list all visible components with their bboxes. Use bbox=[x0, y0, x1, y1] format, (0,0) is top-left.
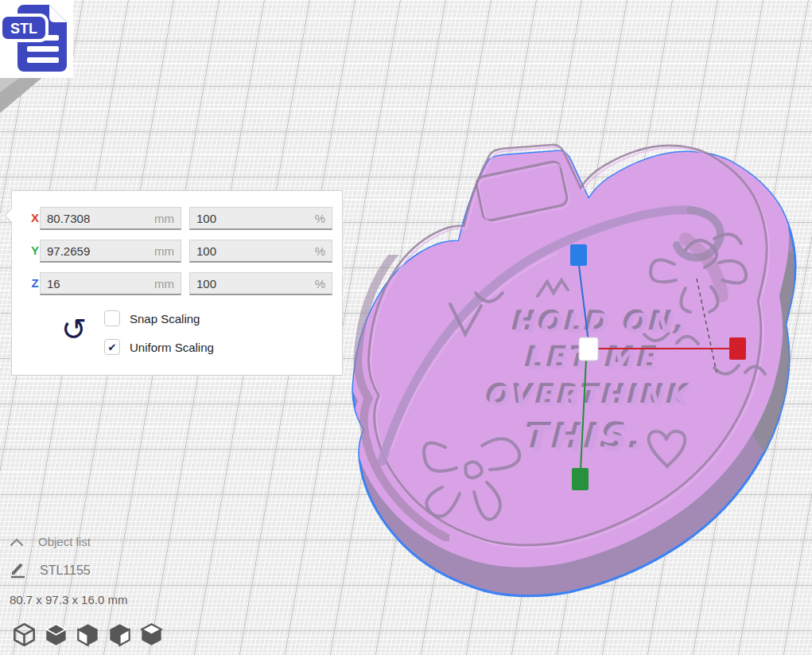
y-percent-value: 100 bbox=[196, 244, 216, 258]
z-size-input[interactable]: 16 mm bbox=[40, 272, 181, 295]
svg-text:THIS.: THIS. bbox=[524, 418, 645, 458]
collapse-chevron-icon bbox=[10, 537, 24, 547]
stl-badge-label: STL bbox=[10, 21, 37, 37]
object-list-header[interactable]: Object list bbox=[10, 535, 91, 548]
view-left-icon[interactable] bbox=[108, 622, 131, 647]
snap-scaling-checkbox[interactable] bbox=[104, 310, 120, 326]
z-size-value: 16 bbox=[47, 277, 60, 290]
object-list-title: Object list bbox=[38, 535, 91, 548]
scale-tool-panel: X 80.7308 mm 100 % Y 97.2659 mm 100 % Z bbox=[11, 190, 343, 376]
snap-scaling-label: Snap Scaling bbox=[130, 312, 200, 326]
stl-file-logo: STL bbox=[0, 0, 73, 78]
camera-view-toolbar bbox=[13, 622, 163, 647]
x-percent-value: 100 bbox=[196, 212, 216, 225]
svg-text:OVERTHINK: OVERTHINK bbox=[486, 380, 693, 412]
3d-viewport[interactable]: HOLD ON, LET ME OVERTHINK THIS. HOLD ON,… bbox=[0, 0, 812, 655]
view-right-icon[interactable] bbox=[140, 622, 163, 647]
uniform-scale-handle[interactable] bbox=[579, 337, 598, 361]
uniform-scaling-checkbox[interactable]: ✔ bbox=[104, 339, 120, 355]
model-dimensions: 80.7 x 97.3 x 16.0 mm bbox=[10, 593, 127, 606]
y-axis-row: Y 97.2659 mm 100 % bbox=[12, 240, 342, 263]
x-percent-input[interactable]: 100 % bbox=[189, 207, 332, 230]
x-percent-unit: % bbox=[315, 212, 325, 225]
uniform-scaling-label: Uniform Scaling bbox=[130, 341, 214, 354]
view-3d-icon[interactable] bbox=[13, 622, 36, 647]
x-size-input[interactable]: 80.7308 mm bbox=[40, 207, 181, 230]
y-size-unit: mm bbox=[154, 244, 174, 258]
y-scale-handle[interactable] bbox=[572, 468, 589, 490]
x-axis-row: X 80.7308 mm 100 % bbox=[12, 207, 342, 230]
y-size-input[interactable]: 97.2659 mm bbox=[40, 240, 181, 263]
z-size-unit: mm bbox=[154, 277, 174, 290]
object-name: STL1155 bbox=[40, 563, 91, 578]
snap-scaling-row: Snap Scaling bbox=[104, 310, 200, 326]
x-scale-handle[interactable] bbox=[729, 337, 746, 360]
uniform-scaling-row: ✔ Uniform Scaling bbox=[104, 339, 214, 355]
z-percent-input[interactable]: 100 % bbox=[189, 272, 332, 295]
x-size-unit: mm bbox=[154, 212, 174, 225]
view-front-icon[interactable] bbox=[45, 622, 68, 647]
z-percent-unit: % bbox=[315, 277, 325, 290]
svg-text:HOLD ON,: HOLD ON, bbox=[512, 307, 688, 339]
z-scale-handle[interactable] bbox=[570, 244, 587, 266]
pencil-icon bbox=[10, 562, 27, 579]
y-size-value: 97.2659 bbox=[47, 244, 90, 258]
reset-scale-button[interactable]: ↺ bbox=[56, 312, 91, 350]
y-percent-unit: % bbox=[315, 244, 325, 258]
x-size-value: 80.7308 bbox=[47, 212, 90, 225]
z-percent-value: 100 bbox=[196, 277, 216, 290]
stl-model[interactable]: HOLD ON, LET ME OVERTHINK THIS. HOLD ON,… bbox=[347, 123, 795, 596]
view-top-icon[interactable] bbox=[76, 622, 99, 647]
y-percent-input[interactable]: 100 % bbox=[189, 240, 332, 263]
z-axis-row: Z 16 mm 100 % bbox=[12, 272, 342, 295]
object-list-item[interactable]: STL1155 bbox=[10, 562, 91, 579]
